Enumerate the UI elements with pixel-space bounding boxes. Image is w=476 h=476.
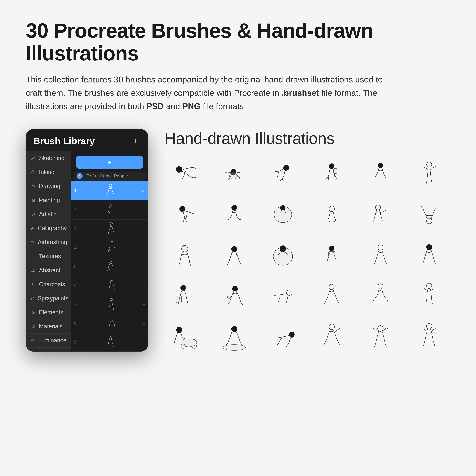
brush-categories-sidebar: Sketching Inking	[26, 151, 71, 352]
svg-point-46	[229, 173, 238, 179]
svg-point-40	[111, 318, 113, 321]
sidebar-item-painting[interactable]: Painting	[26, 193, 71, 207]
desc-bold-2: PSD	[147, 102, 164, 111]
figure-item-21	[262, 278, 304, 310]
svg-point-52	[378, 163, 383, 168]
svg-point-93	[92, 429, 118, 452]
sidebar-item-inking[interactable]: Inking	[26, 165, 71, 179]
svg-point-80	[181, 339, 197, 347]
svg-point-36	[111, 241, 113, 244]
artistic-icon	[30, 211, 36, 217]
svg-point-69	[180, 285, 186, 291]
luminance-label: Luminance	[38, 337, 67, 344]
figure-item-28	[310, 319, 353, 354]
sidebar-item-organic[interactable]: Organic	[26, 348, 71, 352]
svg-point-91	[10, 421, 23, 434]
brush-library-panel: Brush Library + Sketching	[26, 129, 148, 352]
figure-item-17	[359, 238, 402, 270]
svg-point-38	[110, 280, 113, 283]
inking-icon	[30, 169, 36, 175]
sidebar-item-sketching[interactable]: Sketching	[26, 151, 71, 165]
inking-label: Inking	[39, 169, 54, 175]
figure-item-2	[213, 157, 255, 189]
svg-point-29	[32, 340, 34, 341]
sidebar-item-textures[interactable]: Textures	[26, 249, 71, 263]
luminance-icon	[30, 338, 35, 343]
materials-icon	[30, 323, 36, 329]
figure-item-30	[408, 319, 450, 354]
charcoals-label: Charcoals	[39, 281, 65, 288]
svg-point-6	[33, 213, 34, 214]
svg-point-87	[289, 332, 295, 338]
figure-item-3	[262, 157, 304, 189]
brush-item-7[interactable]: 7 –	[71, 295, 148, 314]
svg-point-33	[109, 184, 112, 187]
svg-point-53	[426, 162, 432, 167]
figure-item-4	[310, 157, 353, 189]
textures-icon	[30, 253, 36, 259]
svg-rect-98	[0, 395, 19, 411]
brush-item-3[interactable]: 3 –	[71, 220, 148, 238]
brush-item-4[interactable]: 4 –	[71, 238, 148, 257]
painting-icon	[30, 197, 36, 203]
sidebar-item-elements[interactable]: Elements	[26, 306, 71, 320]
sidebar-item-abstract[interactable]: Abstract	[26, 263, 71, 277]
content-section: Brush Library + Sketching	[26, 129, 450, 354]
svg-point-99	[292, 419, 304, 431]
spraypaints-icon	[30, 295, 35, 301]
sidebar-item-artistic[interactable]: Artistic	[26, 207, 71, 221]
svg-point-95	[147, 422, 159, 434]
sidebar-item-airbrushing[interactable]: Airbrushing	[26, 235, 71, 249]
drawing-icon	[30, 183, 36, 189]
sidebar-item-spraypaints[interactable]: Spraypaints	[26, 291, 71, 306]
figure-item-14	[213, 238, 255, 270]
brush-item-1[interactable]: 1 ✓	[71, 181, 148, 200]
figure-item-26	[213, 319, 255, 354]
svg-point-7	[34, 214, 34, 215]
figure-item-5	[359, 157, 402, 189]
sidebar-item-calligraphy[interactable]: Calligraphy	[26, 221, 71, 235]
drawing-label: Drawing	[39, 183, 60, 189]
sidebar-item-luminance[interactable]: Luminance	[26, 334, 71, 348]
sidebar-item-drawing[interactable]: Drawing	[26, 179, 71, 193]
svg-rect-15	[33, 283, 34, 285]
abstract-icon	[30, 267, 36, 273]
svg-point-65	[329, 246, 335, 251]
svg-point-88	[329, 324, 335, 330]
svg-point-68	[426, 244, 432, 250]
header-section: 30 Procreate Brushes & Hand-drawn Illust…	[26, 19, 450, 113]
brush-item-8[interactable]: 8 –	[71, 314, 148, 333]
svg-point-97	[243, 420, 256, 432]
svg-point-12	[34, 242, 34, 243]
sketching-label: Sketching	[39, 155, 65, 162]
brush-item-2[interactable]: 2 –	[71, 201, 148, 220]
brush-item-5[interactable]: 5 –	[71, 257, 148, 276]
desc-bold-3: PNG	[182, 102, 201, 111]
textures-label: Textures	[39, 253, 61, 260]
svg-point-60	[426, 218, 432, 224]
new-brush-button[interactable]: +	[76, 156, 143, 169]
illustrations-title: Hand-drawn Illustrations	[164, 129, 450, 148]
charcoals-icon	[30, 281, 36, 287]
figure-item-8	[213, 198, 255, 230]
illustrations-grid	[164, 157, 450, 354]
svg-point-23	[33, 312, 34, 313]
panel-header: Brush Library +	[26, 129, 148, 151]
sidebar-item-charcoals[interactable]: Charcoals	[26, 277, 71, 291]
svg-point-35	[110, 222, 113, 225]
svg-point-48	[329, 163, 335, 169]
panel-add-button[interactable]: +	[131, 136, 141, 146]
svg-rect-49	[333, 169, 337, 173]
brush-preview-3	[79, 221, 143, 237]
panel-body: Sketching Inking	[26, 151, 148, 352]
materials-label: Materials	[39, 323, 63, 330]
figure-item-22	[310, 278, 353, 310]
svg-rect-17	[33, 285, 34, 286]
svg-point-4	[34, 199, 34, 200]
figure-item-12	[408, 198, 450, 230]
svg-point-55	[232, 205, 237, 210]
sidebar-item-materials[interactable]: Materials	[26, 320, 71, 334]
calligraphy-label: Calligraphy	[38, 225, 67, 232]
brush-item-9[interactable]: 9 –	[71, 333, 148, 352]
brush-item-6[interactable]: 6 –	[71, 276, 148, 295]
